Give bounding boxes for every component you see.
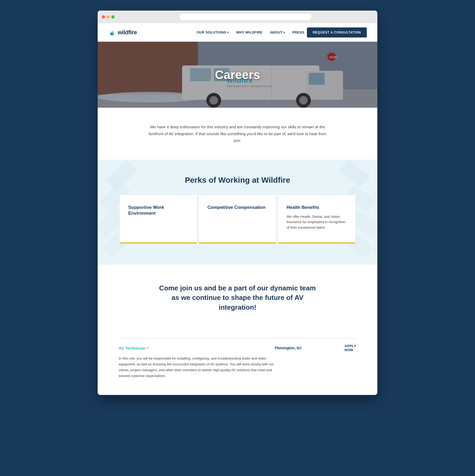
request-consultation-button[interactable]: REQUEST A CONSULTATION — [307, 27, 367, 37]
navbar: wildfire OUR SOLUTIONS ▾ WHY WILDFIRE AB… — [98, 23, 377, 42]
nav-item-press[interactable]: PRESS — [292, 30, 305, 34]
perk-card-health: Health Benefits We offer Health, Dental,… — [278, 195, 355, 244]
chevron-down-icon: ▾ — [147, 346, 149, 350]
perk-title-health: Health Benefits — [287, 205, 347, 210]
browser-dots — [102, 15, 115, 18]
perk-title-supportive: Supportive Work Environment — [128, 205, 188, 216]
logo-icon — [108, 29, 116, 36]
intro-section: We have a deep enthusiasm for this indus… — [98, 108, 377, 160]
job-apply-button[interactable]: APPLY NOW — [345, 344, 356, 352]
nav-item-about[interactable]: ABOUT ▾ — [270, 30, 285, 34]
job-header: AV Technician ▾ Flemington, NJ APPLY NOW — [119, 344, 356, 352]
logo-text: wildfire — [118, 29, 137, 36]
logo[interactable]: wildfire — [108, 29, 137, 36]
browser-chrome — [98, 11, 377, 23]
perk-card-compensation: Competitive Compensation — [199, 195, 276, 244]
nav-item-why[interactable]: WHY WILDFIRE — [236, 30, 263, 34]
nav-link-solutions[interactable]: OUR SOLUTIONS ▾ — [197, 30, 229, 34]
cta-section: Come join us and be a part of our dynami… — [98, 265, 377, 338]
hero-title: Careers — [215, 68, 260, 82]
nav-link-why[interactable]: WHY WILDFIRE — [236, 30, 263, 34]
cta-text: Come join us and be a part of our dynami… — [158, 283, 317, 312]
perk-desc-health: We offer Health, Dental, and Vision Insu… — [287, 214, 347, 230]
perks-grid: Supportive Work Environment Competitive … — [119, 195, 356, 244]
job-description: In this role, you will be responsible fo… — [119, 356, 277, 379]
intro-text: We have a deep enthusiasm for this indus… — [145, 124, 330, 144]
perks-section: Perks of Working at Wildfire Supportive … — [98, 160, 377, 265]
nav-item-solutions[interactable]: OUR SOLUTIONS ▾ — [197, 30, 229, 34]
nav-link-about[interactable]: ABOUT ▾ — [270, 30, 285, 34]
perks-title: Perks of Working at Wildfire — [113, 176, 362, 185]
job-divider — [119, 338, 356, 339]
nav-link-press[interactable]: PRESS — [292, 30, 305, 34]
chevron-down-icon: ▾ — [227, 31, 229, 34]
perk-card-supportive: Supportive Work Environment — [120, 195, 197, 244]
job-title: AV Technician — [119, 346, 145, 350]
close-dot[interactable] — [102, 15, 105, 18]
perk-title-compensation: Competitive Compensation — [207, 205, 268, 210]
url-bar[interactable] — [179, 14, 311, 20]
maximize-dot[interactable] — [111, 15, 115, 18]
job-title-link[interactable]: AV Technician ▾ — [119, 346, 232, 350]
nav-links: OUR SOLUTIONS ▾ WHY WILDFIRE ABOUT ▾ PRE… — [197, 30, 304, 34]
hero-section: wildfire TECHNOLOGY INTEGRATION STOP Car… — [98, 42, 377, 108]
chevron-down-icon: ▾ — [283, 31, 285, 34]
minimize-dot[interactable] — [107, 15, 110, 18]
job-location: Flemington, NJ — [232, 346, 345, 350]
browser-window: wildfire OUR SOLUTIONS ▾ WHY WILDFIRE AB… — [98, 11, 377, 395]
jobs-section: AV Technician ▾ Flemington, NJ APPLY NOW… — [98, 338, 377, 395]
